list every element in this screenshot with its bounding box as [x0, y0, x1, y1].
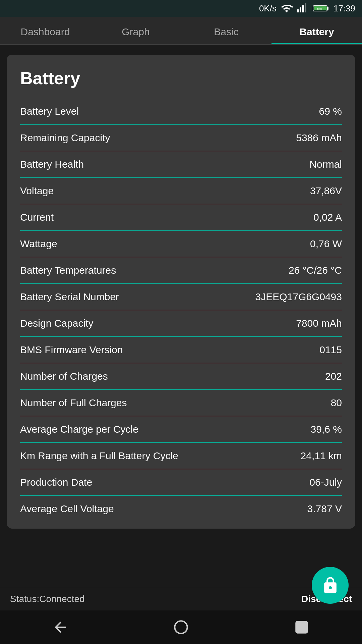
- info-row: Wattage0,76 W: [20, 231, 342, 257]
- info-label: Voltage: [20, 185, 310, 197]
- info-value: 0115: [319, 344, 342, 356]
- info-value: 39,6 %: [311, 424, 342, 435]
- info-row: Number of Charges202: [20, 363, 342, 390]
- status-bar: 0K/s 100 17:39: [0, 0, 362, 17]
- info-row: Current0,02 A: [20, 204, 342, 231]
- info-row: Battery HealthNormal: [20, 151, 342, 178]
- time-display: 17:39: [334, 3, 355, 14]
- svg-point-8: [175, 621, 187, 634]
- info-row: Remaining Capacity5386 mAh: [20, 125, 342, 151]
- info-value: 7800 mAh: [296, 318, 342, 329]
- bottom-status-bar: Status:Connected Disconnect: [0, 587, 362, 610]
- info-value: 0,02 A: [313, 212, 342, 223]
- wifi-icon: [281, 2, 293, 14]
- info-label: BMS Firmware Version: [20, 344, 319, 356]
- tab-dashboard[interactable]: Dashboard: [0, 17, 90, 44]
- info-value: Normal: [309, 159, 342, 170]
- info-label: Wattage: [20, 238, 310, 250]
- info-label: Km Range with a Full Battery Cycle: [20, 450, 301, 462]
- info-value: 0,76 W: [310, 238, 342, 250]
- info-label: Battery Health: [20, 159, 309, 170]
- recents-icon: [293, 619, 310, 636]
- info-value: 26 °C/26 °C: [289, 265, 342, 276]
- info-label: Average Cell Voltage: [20, 503, 307, 515]
- info-label: Current: [20, 212, 313, 223]
- info-row: Km Range with a Full Battery Cycle24,11 …: [20, 443, 342, 469]
- svg-rect-3: [305, 3, 306, 12]
- info-label: Battery Serial Number: [20, 291, 255, 303]
- info-row: Design Capacity7800 mAh: [20, 310, 342, 337]
- svg-rect-1: [300, 7, 301, 12]
- info-value: 06-July: [309, 477, 342, 488]
- info-row: Battery Level69 %: [20, 98, 342, 125]
- lock-fab[interactable]: [312, 567, 349, 604]
- info-label: Remaining Capacity: [20, 132, 296, 144]
- info-row: Average Cell Voltage3.787 V: [20, 496, 342, 522]
- connection-status: Status:Connected: [10, 594, 85, 604]
- info-label: Average Charge per Cycle: [20, 424, 311, 435]
- info-row: Battery Temperatures26 °C/26 °C: [20, 257, 342, 284]
- tab-graph[interactable]: Graph: [90, 17, 181, 44]
- info-row: Average Charge per Cycle39,6 %: [20, 416, 342, 443]
- info-row: Voltage37,86V: [20, 178, 342, 204]
- nav-bar: [0, 610, 362, 644]
- recents-button[interactable]: [288, 614, 315, 641]
- svg-text:100: 100: [317, 7, 322, 11]
- info-value: 24,11 km: [301, 450, 342, 462]
- info-row: Production Date06-July: [20, 469, 342, 496]
- svg-rect-5: [327, 7, 328, 10]
- info-rows: Battery Level69 %Remaining Capacity5386 …: [20, 98, 342, 522]
- info-value: 80: [331, 397, 342, 409]
- battery-card: Battery Battery Level69 %Remaining Capac…: [7, 55, 355, 529]
- info-value: 37,86V: [310, 185, 342, 197]
- tab-basic[interactable]: Basic: [181, 17, 272, 44]
- info-value: 3JEEQ17G6G0493: [255, 291, 342, 303]
- info-label: Battery Temperatures: [20, 265, 289, 276]
- signal-icon: [297, 2, 309, 14]
- main-content: Battery Battery Level69 %Remaining Capac…: [0, 45, 362, 587]
- svg-rect-2: [302, 5, 304, 12]
- battery-icon: 100: [313, 3, 329, 13]
- card-title: Battery: [20, 68, 342, 88]
- back-button[interactable]: [47, 614, 74, 641]
- info-label: Number of Full Charges: [20, 397, 331, 409]
- home-button[interactable]: [168, 614, 194, 641]
- info-row: Number of Full Charges80: [20, 390, 342, 416]
- info-value: 202: [325, 371, 342, 382]
- info-label: Number of Charges: [20, 371, 325, 382]
- lock-icon: [321, 576, 340, 595]
- svg-rect-9: [296, 622, 307, 633]
- info-label: Battery Level: [20, 106, 319, 117]
- info-value: 5386 mAh: [296, 132, 342, 144]
- info-row: Battery Serial Number3JEEQ17G6G0493: [20, 284, 342, 310]
- info-row: BMS Firmware Version0115: [20, 337, 342, 363]
- tab-bar: Dashboard Graph Basic Battery: [0, 17, 362, 45]
- info-value: 3.787 V: [307, 503, 342, 515]
- info-label: Design Capacity: [20, 318, 296, 329]
- info-label: Production Date: [20, 477, 309, 488]
- svg-rect-0: [297, 9, 299, 12]
- home-icon: [173, 619, 189, 636]
- speed-indicator: 0K/s: [259, 3, 277, 14]
- back-icon: [52, 619, 69, 636]
- tab-battery[interactable]: Battery: [272, 17, 362, 44]
- info-value: 69 %: [319, 106, 342, 117]
